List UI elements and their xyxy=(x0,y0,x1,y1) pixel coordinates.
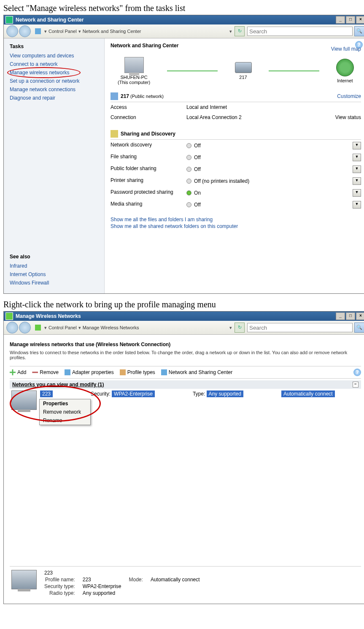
network-sharing-center-button[interactable]: Network and Sharing Center xyxy=(161,369,232,375)
sharing-row: Printer sharing Off (no printers install… xyxy=(111,175,361,187)
menu-rename[interactable]: Rename xyxy=(40,416,90,425)
page-heading: Manage wireless networks that use (Wirel… xyxy=(10,342,361,347)
view-status-link[interactable]: View status xyxy=(335,114,361,120)
task-connect-network[interactable]: Connect to a network xyxy=(10,61,98,67)
group-header[interactable]: Networks you can view and modify (1) − xyxy=(10,380,361,389)
node-label: SHUFEN-PC xyxy=(118,75,150,80)
map-node-this-pc[interactable]: SHUFEN-PC (This computer) xyxy=(118,57,150,85)
sharing-heading: Sharing and Discovery xyxy=(121,131,175,137)
app-icon xyxy=(5,16,13,24)
security-value: WPA2-Enterprise xyxy=(112,390,155,397)
sharing-label: Printer sharing xyxy=(111,177,186,185)
task-manage-wireless[interactable]: Manage wireless networks xyxy=(10,70,98,76)
nav-toolbar: ▾ Control Panel ▾ Network and Sharing Ce… xyxy=(4,24,364,38)
node-label: Internet xyxy=(336,78,354,83)
sharing-label: Password protected sharing xyxy=(111,189,186,197)
refresh-button[interactable]: ↻ xyxy=(235,26,245,36)
router-icon xyxy=(235,62,252,73)
customize-link[interactable]: Customize xyxy=(337,93,361,99)
breadcrumb[interactable]: ▾ Control Panel ▾ Network and Sharing Ce… xyxy=(35,28,141,34)
seealso-windows-firewall[interactable]: Windows Firewall xyxy=(10,280,49,286)
menu-remove-network[interactable]: Remove network xyxy=(40,408,90,416)
expand-button[interactable]: ▼ xyxy=(353,165,361,173)
sharing-section-header: Sharing and Discovery xyxy=(111,130,361,140)
network-section-header: 217 (Public network) Customize xyxy=(111,92,361,102)
task-diagnose-repair[interactable]: Diagnose and repair xyxy=(10,95,98,101)
task-setup-connection[interactable]: Set up a connection or network xyxy=(10,78,98,84)
menu-properties[interactable]: Properties xyxy=(40,399,90,408)
sharing-value: On xyxy=(186,189,288,197)
detail-profile-value: 223 xyxy=(83,577,121,583)
link-show-folders[interactable]: Show me all the shared network folders o… xyxy=(111,223,361,229)
back-button[interactable] xyxy=(6,25,18,37)
app-icon xyxy=(5,312,13,320)
network-name: 217 xyxy=(121,93,129,99)
node-label: 217 xyxy=(235,75,252,80)
main-content: ? Network and Sharing Center View full m… xyxy=(105,38,364,293)
map-connector xyxy=(269,70,319,71)
maximize-button[interactable]: □ xyxy=(346,312,355,320)
access-value: Local and Internet xyxy=(186,104,288,110)
network-type: (Public network) xyxy=(130,94,164,99)
search-input[interactable] xyxy=(247,27,353,36)
collapse-button[interactable]: − xyxy=(353,382,359,388)
expand-button[interactable]: ▼ xyxy=(353,201,361,209)
breadcrumb[interactable]: ▾ Control Panel ▾ Manage Wireless Networ… xyxy=(35,325,139,331)
sharing-row: Network discovery Off ▼ xyxy=(111,140,361,152)
view-full-map-link[interactable]: View full map xyxy=(331,46,361,52)
expand-button[interactable]: ▼ xyxy=(353,142,361,149)
crumb-current[interactable]: Network and Sharing Center xyxy=(83,29,141,34)
refresh-button[interactable]: ↻ xyxy=(235,323,245,333)
globe-icon xyxy=(336,59,354,76)
help-icon[interactable]: ? xyxy=(353,369,361,376)
status-dot-icon xyxy=(186,167,191,172)
minimize-button[interactable]: _ xyxy=(336,16,345,24)
maximize-button[interactable]: □ xyxy=(346,16,355,24)
minimize-button[interactable]: _ xyxy=(336,312,345,320)
search-button[interactable]: 🔍 xyxy=(354,26,364,36)
status-dot-icon xyxy=(186,190,191,195)
task-manage-connections[interactable]: Manage network connections xyxy=(10,87,98,92)
titlebar[interactable]: Network and Sharing Center _ □ × xyxy=(4,15,364,24)
crumb-control-panel[interactable]: Control Panel xyxy=(49,29,77,34)
connection-value: Local Area Connection 2 xyxy=(186,114,288,120)
window-manage-wireless: Manage Wireless Networks _ □ × ▾ Control… xyxy=(3,311,364,604)
network-map: SHUFEN-PC (This computer) 217 Internet xyxy=(111,57,361,85)
add-button[interactable]: Add xyxy=(10,369,26,375)
forward-button[interactable] xyxy=(19,322,31,333)
map-node-router[interactable]: 217 xyxy=(235,62,252,80)
back-button[interactable] xyxy=(6,322,18,333)
link-show-files[interactable]: Show me all the files and folders I am s… xyxy=(111,217,361,222)
task-view-computers[interactable]: View computers and devices xyxy=(10,53,98,59)
expand-button[interactable]: ▼ xyxy=(353,177,361,185)
forward-button[interactable] xyxy=(19,25,31,37)
seealso-infrared[interactable]: Infrared xyxy=(10,263,49,269)
node-sublabel: (This computer) xyxy=(118,80,150,85)
adapter-properties-button[interactable]: Adapter properties xyxy=(65,369,114,375)
sharing-label: Media sharing xyxy=(111,201,186,209)
window-title: Manage Wireless Networks xyxy=(16,313,81,319)
window-title: Network and Sharing Center xyxy=(16,17,84,23)
titlebar[interactable]: Manage Wireless Networks _ □ × xyxy=(4,312,364,321)
sharing-value: Off xyxy=(186,142,288,149)
access-label: Access xyxy=(111,104,186,110)
profile-types-button[interactable]: Profile types xyxy=(120,369,155,375)
page-heading: Network and Sharing Center xyxy=(111,43,361,49)
map-node-internet[interactable]: Internet xyxy=(336,59,354,83)
network-name-selected: 223 xyxy=(40,390,53,397)
instruction-1: Select "Manage wireless networks" from t… xyxy=(3,3,364,13)
remove-button[interactable]: Remove xyxy=(32,369,59,375)
expand-button[interactable]: ▼ xyxy=(353,154,361,161)
see-also-heading: See also xyxy=(10,254,49,260)
crumb-current[interactable]: Manage Wireless Networks xyxy=(83,325,139,330)
search-button[interactable]: 🔍 xyxy=(354,323,364,333)
search-input[interactable] xyxy=(247,323,353,332)
status-dot-icon xyxy=(186,179,191,184)
crumb-control-panel[interactable]: Control Panel xyxy=(49,325,77,330)
adapter-icon xyxy=(65,369,70,375)
close-button[interactable]: × xyxy=(356,312,364,320)
detail-radio-label: Radio type: xyxy=(44,590,75,596)
seealso-internet-options[interactable]: Internet Options xyxy=(10,271,49,277)
expand-button[interactable]: ▼ xyxy=(353,189,361,197)
close-button[interactable]: × xyxy=(356,16,364,24)
